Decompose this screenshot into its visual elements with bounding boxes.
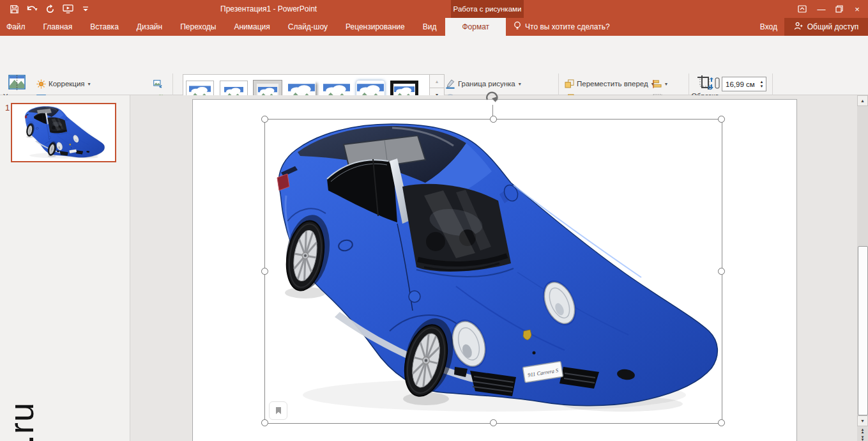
ribbon: Удалить фон Коррекция ▾ Цвет ▾ (0, 36, 868, 95)
sun-icon (36, 79, 46, 89)
spin-up-icon[interactable]: ▲ (760, 80, 764, 84)
contextual-tab-group-header: Работа с рисунками (451, 0, 524, 18)
title-bar: ▾ Презентация1 - PowerPoint Работа с рис… (0, 0, 868, 18)
start-slideshow-icon[interactable] (60, 2, 75, 16)
slide-number: 1 (5, 103, 10, 112)
redo-icon[interactable] (42, 2, 57, 16)
bookmark-chip[interactable] (269, 401, 287, 420)
align-icon (653, 80, 662, 88)
align-button[interactable]: ▾ (653, 77, 667, 91)
customize-qat-icon[interactable] (78, 2, 93, 16)
picture-border-pen-icon (445, 79, 455, 89)
scrollbar-thumb[interactable] (858, 246, 868, 415)
close-icon[interactable]: × (848, 0, 867, 18)
bring-forward-button[interactable]: Переместить вперед ▾ (565, 77, 654, 91)
slide-thumbnail-selected[interactable] (11, 103, 116, 162)
tab-view[interactable]: Вид (414, 18, 446, 36)
resize-handle-top-center[interactable] (490, 116, 497, 123)
save-icon[interactable] (6, 2, 22, 16)
resize-handle-top-left[interactable] (261, 116, 268, 123)
corrections-dropdown-icon: ▾ (88, 81, 91, 87)
slide-canvas[interactable] (192, 99, 797, 441)
watermark-text: itswat.ru (1, 402, 41, 441)
bring-forward-icon (565, 79, 574, 88)
restore-icon[interactable] (830, 0, 849, 18)
resize-handle-bottom-center[interactable] (490, 419, 497, 426)
tab-slideshow[interactable]: Слайд-шоу (279, 18, 337, 36)
height-spinner[interactable]: ▲▼ (758, 77, 766, 91)
corrections-label: Коррекция (49, 80, 85, 88)
resize-handle-middle-right[interactable] (718, 268, 725, 275)
bookmark-icon (275, 406, 282, 415)
shape-height-value: 16,99 см (722, 81, 758, 88)
tab-file[interactable]: Файл (0, 18, 34, 36)
rotation-handle-icon[interactable] (483, 89, 500, 106)
share-button[interactable]: Общий доступ (784, 18, 868, 36)
ribbon-tab-row: Файл Главная Вставка Дизайн Переходы Ани… (0, 18, 868, 36)
resize-handle-bottom-left[interactable] (261, 419, 268, 426)
scroll-up-icon[interactable]: ▲ (857, 95, 868, 106)
bring-forward-label: Переместить вперед (577, 80, 648, 88)
corrections-button[interactable]: Коррекция ▾ (36, 77, 91, 91)
sign-in-button[interactable]: Вход (760, 18, 777, 36)
align-dropdown-icon: ▾ (665, 81, 667, 87)
tell-me-box[interactable]: Что вы хотите сделать? (506, 18, 618, 36)
resize-handle-top-right[interactable] (718, 116, 725, 123)
slide-thumbnail-panel: 1 (0, 95, 130, 441)
workspace: 1 (0, 95, 868, 441)
tab-format-active[interactable]: Формат (445, 18, 506, 36)
quick-access-toolbar: ▾ (0, 0, 868, 18)
person-plus-icon (794, 22, 803, 32)
remove-background-icon (8, 74, 26, 91)
picture-selection-box (264, 119, 722, 424)
minimize-icon[interactable]: — (812, 0, 831, 18)
ribbon-display-options-icon[interactable] (793, 0, 812, 18)
picture-border-dropdown-icon: ▾ (519, 81, 521, 87)
picture-border-label: Граница рисунка (458, 80, 515, 88)
lightbulb-icon (514, 21, 521, 33)
vertical-scrollbar[interactable]: ▲ ▼ ▲▲ ▼▼ (857, 95, 868, 441)
compress-pictures-button[interactable] (153, 77, 163, 91)
powerpoint-window: ▾ Презентация1 - PowerPoint Работа с рис… (0, 0, 868, 441)
tab-insert[interactable]: Вставка (81, 18, 128, 36)
tell-me-label: Что вы хотите сделать? (525, 22, 610, 31)
tab-animations[interactable]: Анимация (225, 18, 278, 36)
tab-design[interactable]: Дизайн (128, 18, 171, 36)
shape-height-field[interactable]: 16,99 см ▲▼ (722, 77, 766, 91)
window-title: Презентация1 - PowerPoint (220, 0, 412, 18)
slide-thumbnail-car-image (16, 105, 112, 160)
scroll-down-icon[interactable]: ▼ (857, 415, 868, 426)
tab-home[interactable]: Главная (34, 18, 82, 36)
tab-review[interactable]: Рецензирование (337, 18, 414, 36)
compress-pictures-icon (153, 80, 163, 88)
undo-dropdown-icon[interactable]: ▾ (34, 6, 37, 12)
next-slide-icon[interactable]: ▼▼ (857, 434, 868, 441)
gallery-scroll-up-icon[interactable]: ▴ (429, 74, 445, 88)
tab-transitions[interactable]: Переходы (171, 18, 225, 36)
resize-handle-bottom-right[interactable] (718, 419, 725, 426)
picture-border-button[interactable]: Граница рисунка ▾ (445, 77, 521, 91)
spin-down-icon[interactable]: ▼ (760, 84, 764, 89)
shape-height-icon (709, 77, 720, 89)
resize-handle-middle-left[interactable] (261, 268, 268, 275)
share-label: Общий доступ (807, 22, 859, 31)
undo-icon[interactable]: ▾ (24, 2, 40, 16)
